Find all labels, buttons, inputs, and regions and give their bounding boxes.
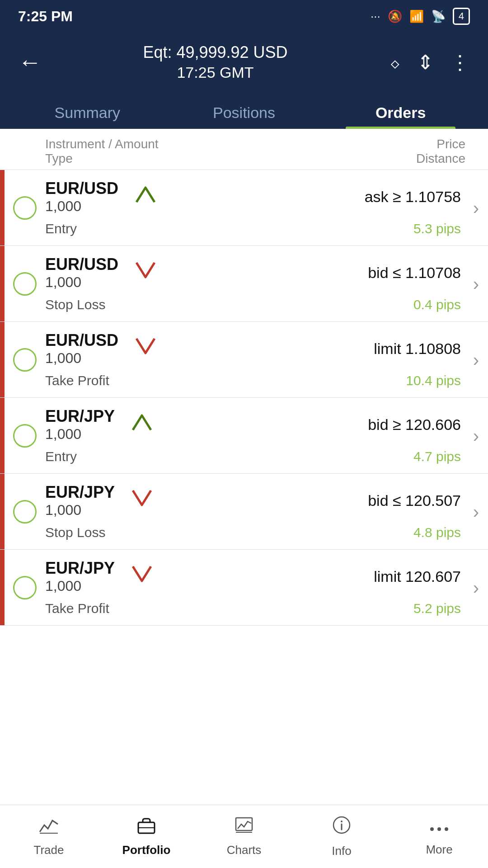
order-detail-row: Stop Loss 4.8 pips: [45, 525, 483, 540]
order-amount: 1,000: [45, 426, 115, 443]
more-options-icon[interactable]: ⋮: [450, 51, 470, 74]
tab-positions[interactable]: Positions: [166, 91, 323, 129]
order-instrument-block: EUR/USD 1,000: [45, 255, 159, 291]
sort-icon[interactable]: ⇕: [417, 51, 434, 74]
order-checkbox[interactable]: [5, 170, 45, 245]
filter-icon[interactable]: ⬦: [389, 51, 401, 73]
order-direction-icon: [128, 411, 155, 439]
order-price: bid ≤ 1.10708: [368, 264, 461, 282]
order-detail-row: Take Profit 5.2 pips: [45, 601, 483, 616]
table-row[interactable]: EUR/JPY 1,000 limit 120.607 Take Profit …: [0, 550, 488, 626]
order-instrument: EUR/JPY: [45, 559, 115, 578]
order-type: Entry: [45, 221, 77, 236]
row-accent: [0, 550, 5, 625]
order-content: EUR/USD 1,000 ask ≥ 1.10758 Entry 5.3 pi…: [45, 170, 488, 245]
tab-orders[interactable]: Orders: [322, 91, 479, 129]
order-checkbox[interactable]: [5, 322, 45, 397]
nav-portfolio[interactable]: Portfolio: [98, 805, 195, 868]
equity-display: Eqt: 49,999.92 USD: [42, 43, 389, 62]
order-instrument-block: EUR/JPY 1,000: [45, 483, 155, 519]
svg-point-8: [430, 827, 434, 831]
order-instrument-block-inner: EUR/JPY 1,000: [45, 559, 115, 594]
order-type: Take Profit: [45, 373, 109, 388]
col-price-header: Price Distance: [416, 137, 465, 166]
back-button[interactable]: ←: [18, 48, 42, 75]
nav-info[interactable]: Info: [293, 805, 390, 868]
order-instrument-block: EUR/USD 1,000: [45, 179, 159, 215]
table-row[interactable]: EUR/USD 1,000 bid ≤ 1.10708 Stop Loss 0.…: [0, 246, 488, 322]
status-bar: 7:25 PM ··· 🔕 📶 📡 4: [0, 0, 488, 33]
svg-point-9: [437, 827, 441, 831]
order-instrument-block-inner: EUR/JPY 1,000: [45, 407, 115, 443]
order-detail-row: Stop Loss 0.4 pips: [45, 297, 483, 312]
nav-trade[interactable]: Trade: [0, 805, 98, 868]
order-type: Stop Loss: [45, 297, 105, 312]
order-chevron-icon: ›: [473, 425, 479, 446]
status-time: 7:25 PM: [18, 8, 73, 25]
order-chevron-icon: ›: [473, 274, 479, 294]
table-row[interactable]: EUR/JPY 1,000 bid ≥ 120.606 Entry 4.7 pi…: [0, 398, 488, 474]
order-main-row: EUR/USD 1,000 limit 1.10808: [45, 331, 483, 367]
checkbox-circle: [13, 424, 37, 448]
order-instrument-block-inner: EUR/USD 1,000: [45, 179, 118, 215]
order-direction-icon: [128, 487, 155, 514]
order-checkbox[interactable]: [5, 550, 45, 625]
order-instrument-block-inner: EUR/USD 1,000: [45, 331, 118, 367]
charts-label: Charts: [227, 843, 262, 857]
checkbox-circle: [13, 348, 37, 372]
order-instrument-block: EUR/JPY 1,000: [45, 407, 155, 443]
order-checkbox[interactable]: [5, 474, 45, 549]
header-time-display: 17:25 GMT: [42, 64, 389, 81]
order-pips: 10.4 pips: [406, 373, 461, 388]
info-label: Info: [332, 844, 351, 858]
nav-more[interactable]: More: [390, 805, 488, 868]
order-main-row: EUR/USD 1,000 ask ≥ 1.10758: [45, 179, 483, 215]
order-content: EUR/USD 1,000 bid ≤ 1.10708 Stop Loss 0.…: [45, 246, 488, 321]
header: ← Eqt: 49,999.92 USD 17:25 GMT ⬦ ⇕ ⋮: [0, 33, 488, 91]
order-chevron-icon: ›: [473, 501, 479, 522]
order-direction-icon: [132, 259, 159, 287]
order-price: ask ≥ 1.10758: [365, 188, 461, 206]
order-content: EUR/JPY 1,000 bid ≤ 120.507 Stop Loss 4.…: [45, 474, 488, 549]
order-type: Entry: [45, 449, 77, 464]
checkbox-circle: [13, 196, 37, 220]
order-content: EUR/USD 1,000 limit 1.10808 Take Profit …: [45, 322, 488, 397]
status-icons: ··· 🔕 📶 📡 4: [371, 8, 470, 25]
order-checkbox[interactable]: [5, 246, 45, 321]
row-accent: [0, 322, 5, 397]
trade-icon: [39, 816, 59, 839]
table-row[interactable]: EUR/USD 1,000 limit 1.10808 Take Profit …: [0, 322, 488, 398]
checkbox-circle: [13, 272, 37, 296]
main-content: Instrument / Amount Type Price Distance …: [0, 129, 488, 689]
order-direction-icon: [128, 563, 155, 590]
order-instrument: EUR/USD: [45, 255, 118, 274]
bell-icon: 🔕: [388, 9, 402, 24]
checkbox-circle: [13, 576, 37, 599]
more-label: More: [426, 843, 452, 857]
order-instrument-block-inner: EUR/USD 1,000: [45, 255, 118, 291]
order-chevron-icon: ›: [473, 198, 479, 218]
order-detail-row: Take Profit 10.4 pips: [45, 373, 483, 388]
portfolio-label: Portfolio: [122, 843, 171, 857]
nav-charts[interactable]: Charts: [195, 805, 293, 868]
tab-summary[interactable]: Summary: [9, 91, 166, 129]
portfolio-icon: [136, 816, 156, 839]
order-main-row: EUR/JPY 1,000 bid ≥ 120.606: [45, 407, 483, 443]
order-pips: 0.4 pips: [413, 297, 461, 312]
order-detail-row: Entry 4.7 pips: [45, 449, 483, 464]
order-instrument-block: EUR/USD 1,000: [45, 331, 159, 367]
svg-point-7: [341, 821, 343, 822]
order-amount: 1,000: [45, 198, 118, 215]
table-row[interactable]: EUR/USD 1,000 ask ≥ 1.10758 Entry 5.3 pi…: [0, 170, 488, 246]
order-amount: 1,000: [45, 350, 118, 367]
order-amount: 1,000: [45, 502, 115, 519]
checkbox-circle: [13, 500, 37, 524]
order-instrument: EUR/JPY: [45, 407, 115, 426]
order-price: bid ≥ 120.606: [368, 416, 461, 434]
order-checkbox[interactable]: [5, 398, 45, 473]
order-pips: 5.3 pips: [413, 221, 461, 236]
tabs-bar: Summary Positions Orders: [0, 91, 488, 129]
signal-icon: 📶: [409, 9, 424, 24]
order-price: bid ≤ 120.507: [368, 492, 461, 509]
table-row[interactable]: EUR/JPY 1,000 bid ≤ 120.507 Stop Loss 4.…: [0, 474, 488, 550]
